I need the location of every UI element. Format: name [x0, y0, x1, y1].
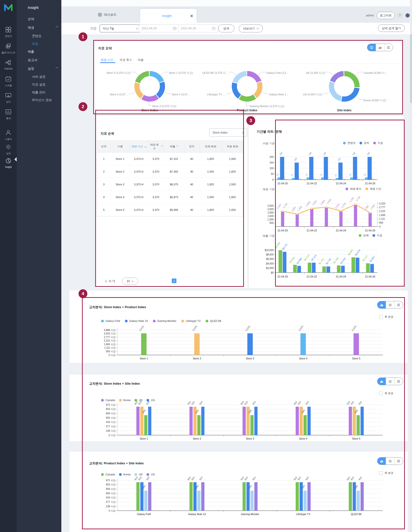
page-size-select[interactable]: 10	[122, 278, 138, 285]
rail-item-playlist[interactable]: 플레이리스트	[0, 43, 17, 54]
view-toggle-list-chart-icon[interactable]	[384, 44, 393, 51]
legend-item-gaming-monitor[interactable]: Gaming Monitor	[153, 319, 176, 322]
table-row-4[interactable]: 4Store 43,370 H3,370$5,873401,5501,820	[97, 191, 243, 203]
close-icon[interactable]	[190, 14, 193, 17]
view-toggle-lines-icon[interactable]	[386, 301, 394, 308]
help-button[interactable]: ?	[397, 12, 403, 19]
axis-change-checkbox-3[interactable]: 축 변경	[379, 471, 393, 475]
legend-item-galaxy-note-10[interactable]: Galaxy Note 10	[125, 319, 148, 322]
summary-tab-2[interactable]: 매출	[138, 58, 144, 62]
export-label: 내보내기	[243, 26, 255, 31]
legend-item-uk[interactable]: UK	[134, 473, 143, 476]
column-header-3[interactable]: 재생 횟수	[148, 141, 164, 152]
view-toggle-column-chart-icon[interactable]	[377, 457, 386, 465]
scrollbar-thumb[interactable]	[410, 34, 412, 103]
bar-value-label: 3,200	[349, 196, 355, 203]
table-row-3[interactable]: 3Store 33,370 H3,370$6,570401,8201,550	[97, 178, 243, 191]
summary-tab-0[interactable]: 재생 시간	[101, 58, 113, 62]
rail-item-device-display[interactable]: 장치	[0, 92, 17, 104]
table-row-1[interactable]: 1Store 13,370 H3,370$7,101401,8201,550	[97, 152, 243, 165]
legend-item-canada[interactable]: Canada	[101, 473, 115, 476]
view-toggle-lines-icon[interactable]	[386, 457, 394, 465]
y-tick-label: 972 시간	[106, 404, 116, 406]
bar	[148, 407, 151, 435]
bar-value-label: 150	[337, 157, 341, 162]
legend-item-재생-횟수[interactable]: 재생 횟수	[346, 187, 361, 191]
legend-item-콘텐츠[interactable]: 콘텐츠	[343, 141, 356, 145]
legend-item-지표[interactable]: 지표	[372, 234, 382, 237]
advanced-search-button[interactable]: 상세 검색 열기	[378, 25, 405, 32]
column-header-0[interactable]: 순위	[97, 141, 110, 152]
logout-button[interactable]: 로그아웃	[377, 12, 395, 19]
legend-item-lifestype-tv[interactable]: Lifestype TV	[181, 319, 201, 322]
legend-item-canada[interactable]: Canada	[101, 399, 115, 402]
sidebar-item-3[interactable]: 지표	[32, 42, 38, 46]
column-header-6[interactable]: 전체 화면	[199, 141, 222, 152]
sidebar-item-4[interactable]: 매출	[28, 50, 34, 54]
index-select[interactable]: Store Index	[209, 128, 247, 137]
date-to-input[interactable]: 2021-04-26	[178, 25, 218, 32]
period-select[interactable]: 지난 7일	[100, 25, 141, 32]
column-header-2[interactable]: 재생 시간	[130, 141, 148, 152]
app-logo[interactable]	[3, 3, 13, 11]
legend-item-장치[interactable]: 장치	[359, 141, 369, 145]
legend-item-재생-시간[interactable]: 재생 시간	[365, 187, 381, 191]
sidebar-item-7[interactable]: 서버 설정	[32, 75, 46, 79]
rail-item-statistics-bars[interactable]: 통계	[0, 109, 17, 120]
view-toggle-lines-icon[interactable]	[386, 378, 394, 385]
rail-item-settings-gear[interactable]: 설정	[0, 144, 17, 155]
legend-item-korea[interactable]: Korea	[119, 473, 131, 476]
page-button-1[interactable]: 1	[172, 279, 176, 283]
view-toggle-column-chart-icon[interactable]	[377, 378, 386, 385]
legend-item-지표[interactable]: 지표	[373, 141, 383, 145]
legend-label: Korea	[123, 399, 131, 402]
sidebar-item-10[interactable]: 라이선스 정보	[32, 98, 52, 102]
column-header-5[interactable]: 장치	[184, 141, 199, 152]
table-cell: Store 5	[110, 203, 130, 216]
sidebar-item-1[interactable]: 재생	[28, 25, 34, 30]
sidebar-item-2[interactable]: 콘텐츠	[32, 34, 41, 38]
sidebar-item-6[interactable]: 설정	[28, 66, 34, 71]
export-button[interactable]: 내보내기	[239, 25, 263, 32]
search-button[interactable]: 검색	[218, 25, 234, 32]
view-toggle-hbar-chart-icon[interactable]	[394, 378, 403, 385]
legend-item-전체[interactable]: 전체	[359, 234, 369, 237]
rail-item-ruleset[interactable]: RuleSet	[0, 59, 17, 70]
date-from-input[interactable]: 2021-04-20	[139, 25, 179, 32]
view-toggle-column-chart-icon[interactable]	[377, 301, 386, 308]
table-row-5[interactable]: 5Store 53,370 H3,370$5,906401,8201,550	[97, 203, 243, 216]
sidebar-item-9[interactable]: 매출 관리	[32, 90, 46, 95]
column-header-1[interactable]: 이름	[110, 141, 130, 152]
rail-item-contents-grid[interactable]: 콘텐츠	[0, 26, 17, 38]
column-header-4[interactable]: 매출	[164, 141, 184, 152]
quantity-legend: 콘텐츠장치지표	[343, 141, 383, 145]
legend-item-korea[interactable]: Korea	[119, 399, 131, 402]
view-toggle-hbar-chart-icon[interactable]	[394, 301, 403, 308]
legend-item-galaxy-fold[interactable]: Galaxy Fold	[101, 319, 120, 322]
sidebar-item-5[interactable]: 보고서	[28, 58, 37, 62]
bar	[254, 407, 258, 435]
legend-item-uk[interactable]: UK	[134, 399, 143, 402]
legend-item-qled-8k[interactable]: QLED 8K	[206, 319, 221, 322]
bar-value-label: 15	[290, 174, 294, 177]
rail-item-user-person[interactable]: 사용자	[0, 129, 17, 141]
globe-icon[interactable]	[405, 13, 410, 18]
axis-change-checkbox-2[interactable]: 축 변경	[379, 392, 393, 395]
axis-change-checkbox-1[interactable]: 축 변경	[379, 315, 393, 319]
sidebar-item-0[interactable]: 요약	[28, 17, 34, 21]
view-toggle-hbar-chart-icon[interactable]	[394, 457, 403, 465]
tab-insight[interactable]: Insight	[140, 9, 197, 23]
table-row-2[interactable]: 2Store 23,370 H3,370$7,392401,5501,820	[97, 165, 243, 178]
donut-label: Galaxy Fold (3,3...	[266, 71, 288, 74]
legend-item-us[interactable]: US	[146, 399, 155, 402]
donut-label: Store 4 (3,37...	[110, 93, 128, 96]
tab-dashboard[interactable]: 대시보드	[86, 6, 128, 23]
view-toggle-column-chart-icon[interactable]	[376, 44, 384, 51]
cross-chart-1: 0 시간555 시간1,111 시간1,666 시간2,222 시간2,777 …	[103, 326, 398, 363]
summary-tab-1[interactable]: 재생 횟수	[120, 58, 132, 62]
legend-item-us[interactable]: US	[146, 473, 155, 476]
column-header-7[interactable]: 부분 화면	[222, 141, 243, 152]
rail-item-schedule-calendar[interactable]: 스케줄	[0, 76, 17, 87]
view-toggle-pie-chart-icon[interactable]	[367, 44, 376, 51]
sidebar-item-8[interactable]: 지표 설정	[32, 82, 46, 87]
